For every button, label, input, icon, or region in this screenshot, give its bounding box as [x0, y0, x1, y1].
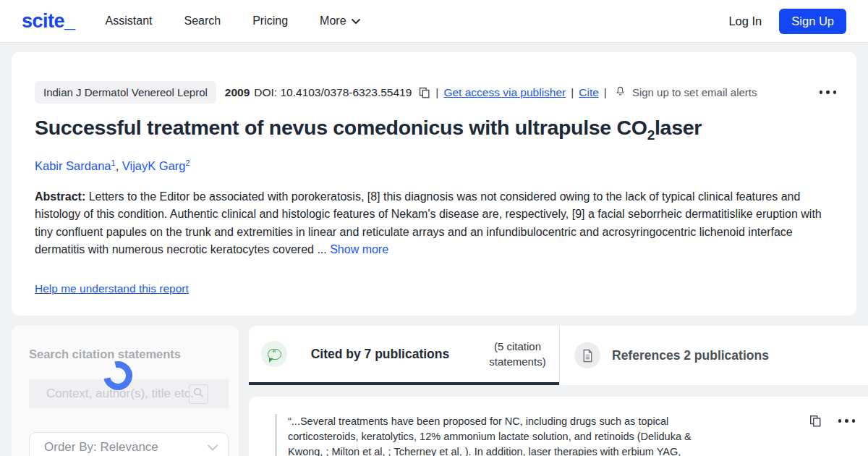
cite-link[interactable]: Cite	[579, 86, 599, 99]
publication-year: 2009	[225, 86, 250, 99]
show-more-link[interactable]: Show more	[330, 243, 388, 256]
abstract-label: Abstract:	[35, 190, 85, 203]
nav-item-assistant[interactable]: Assistant	[106, 14, 153, 28]
paper-card: Indian J Dermatol Venereol Leprol 2009 D…	[12, 52, 856, 316]
search-submit-button[interactable]	[189, 384, 208, 404]
login-button[interactable]: Log In	[728, 14, 762, 28]
email-alerts-label: Sign up to set email alerts	[632, 86, 757, 98]
search-icon	[193, 387, 204, 401]
citation-overflow-menu-icon[interactable]	[838, 419, 856, 423]
document-icon	[574, 342, 600, 368]
doi-text: DOI: 10.4103/0378-6323.55419	[254, 86, 412, 99]
quote-bubble-icon: ”	[261, 341, 287, 367]
abstract-text: Abstract: Letters to the Editor be assoc…	[35, 188, 835, 258]
order-by-dropdown[interactable]: Order By: Relevance	[29, 432, 229, 456]
citation-statements-count: (5 citation statements)	[476, 339, 559, 369]
tab-references[interactable]: References 2 publications	[560, 326, 868, 385]
author-separator: ,	[116, 159, 122, 172]
overflow-menu-icon[interactable]	[820, 90, 837, 94]
divider: |	[435, 86, 438, 99]
scite-report-page: scite_ Assistant Search Pricing More Log…	[0, 0, 868, 456]
author-link-2[interactable]: VijayK Garg2	[122, 159, 190, 172]
citation-search-panel: Search citation statements Order By: Rel…	[12, 326, 239, 456]
chevron-down-icon	[208, 440, 218, 455]
paper-meta-row: Indian J Dermatol Venereol Leprol 2009 D…	[35, 81, 836, 104]
help-understand-link[interactable]: Help me understand this report	[35, 282, 189, 295]
search-citation-title: Search citation statements	[29, 347, 181, 361]
paper-title: Successful treatment of nevus comedonicu…	[35, 116, 702, 143]
scite-logo[interactable]: scite_	[22, 10, 75, 33]
bell-icon	[615, 85, 626, 101]
main-nav: Assistant Search Pricing More	[106, 14, 360, 28]
title-subscript: 2	[647, 127, 655, 143]
cited-by-title: Cited by 7 publications	[305, 346, 456, 362]
author-list: Kabir Sardana1, VijayK Garg2	[35, 158, 190, 173]
nav-item-pricing[interactable]: Pricing	[252, 14, 288, 28]
divider: |	[604, 86, 607, 99]
tab-cited-by[interactable]: ” Cited by 7 publications (5 citation st…	[249, 326, 559, 385]
copy-citation-icon[interactable]	[809, 414, 822, 428]
email-alerts-button[interactable]: Sign up to set email alerts	[615, 85, 757, 101]
get-access-link[interactable]: Get access via publisher	[443, 86, 566, 99]
divider: |	[571, 86, 574, 99]
copy-doi-icon[interactable]	[418, 86, 430, 99]
top-navbar: scite_ Assistant Search Pricing More Log…	[0, 0, 868, 43]
citation-statement-card: “...Several treatments have been propose…	[249, 397, 868, 456]
nav-more-label: More	[320, 14, 346, 28]
author-link-1[interactable]: Kabir Sardana1	[35, 159, 116, 172]
nav-item-more[interactable]: More	[320, 14, 359, 28]
citations-tab-bar: ” Cited by 7 publications (5 citation st…	[249, 326, 868, 385]
signup-button[interactable]: Sign Up	[779, 9, 846, 34]
references-title: References 2 publications	[612, 348, 769, 363]
order-by-label: Order By: Relevance	[44, 440, 158, 455]
citation-quote-text: “...Several treatments have been propose…	[275, 414, 725, 456]
nav-item-search[interactable]: Search	[184, 14, 221, 28]
chevron-down-icon	[352, 14, 360, 28]
journal-badge: Indian J Dermatol Venereol Leprol	[35, 81, 216, 104]
